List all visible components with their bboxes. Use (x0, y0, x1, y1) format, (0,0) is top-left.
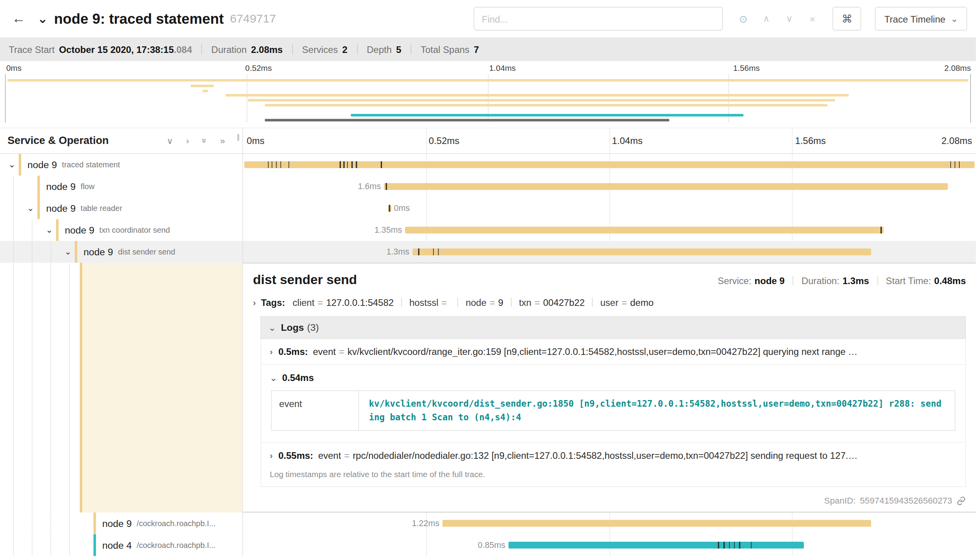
expand-all-icon[interactable]: » (220, 136, 225, 146)
minimap-tick: 2.08ms (944, 63, 971, 73)
service-color-stripe (37, 176, 40, 197)
trace-minimap[interactable] (5, 74, 971, 123)
trace-view-selector[interactable]: Trace Timeline ⌄ (875, 7, 967, 31)
start-time-value: 0.48ms (934, 275, 966, 286)
divider (410, 44, 411, 54)
log-timestamp: 0.54ms (282, 372, 314, 383)
service-color-stripe (93, 513, 96, 534)
keyboard-shortcuts-button[interactable]: ⌘ (833, 7, 861, 31)
span-row-label[interactable]: ⌄ node 9 table reader (0, 197, 243, 219)
prev-result-icon[interactable]: ∧ (755, 13, 778, 25)
span-bar[interactable] (442, 520, 871, 527)
locate-span-icon[interactable]: ⊙ (732, 13, 755, 25)
log-entry[interactable]: › 0.55ms: event=rpc/nodedialer/nodediale… (261, 442, 965, 469)
span-row-label[interactable]: ⌄ node 9 traced statement (0, 154, 243, 176)
log-timestamp: 0.5ms: (278, 346, 308, 357)
back-button[interactable]: ← (6, 6, 31, 31)
log-entry-expanded: ⌄ 0.54ms event kv/kvclient/kvcoord/dist_… (261, 364, 965, 442)
expand-one-icon[interactable]: › (186, 136, 189, 146)
minimap-tick-labels: 0ms 0.52ms 1.04ms 1.56ms 2.08ms (0, 61, 976, 74)
log-marker-tick (718, 542, 719, 549)
indent-guides (5, 176, 24, 197)
log-marker-tick (280, 161, 281, 168)
log-marker-tick (729, 542, 730, 549)
depth-value: 5 (396, 44, 401, 54)
tag-item: node=9 (466, 297, 504, 307)
span-row-label[interactable]: ⌄ node 9 txn coordinator send (0, 219, 243, 241)
next-result-icon[interactable]: ∨ (778, 13, 801, 25)
log-marker-tick (438, 248, 439, 255)
divider (458, 298, 458, 307)
span-bar[interactable] (405, 226, 884, 233)
span-row-label[interactable]: ⌄ node 9 dist sender send (0, 241, 243, 263)
span-timeline-cell[interactable] (243, 154, 976, 176)
minimap-span-bar (7, 79, 968, 81)
collapse-one-icon[interactable]: ∨ (167, 136, 173, 146)
chevron-down-icon[interactable]: ⌄ (24, 204, 37, 213)
collapse-all-icon[interactable]: » (199, 138, 210, 143)
trace-id: 6749717 (230, 12, 276, 25)
span-timeline-cell[interactable]: 0ms (243, 197, 976, 219)
indent-guides (5, 534, 80, 556)
span-bar[interactable] (384, 183, 948, 190)
divider (401, 298, 402, 307)
span-row-label[interactable]: node 9 flow (0, 176, 243, 197)
span-bar[interactable] (245, 161, 974, 168)
minimap-span-bar (265, 119, 669, 121)
find-input[interactable] (474, 7, 723, 31)
log-marker-tick (356, 161, 357, 168)
clear-search-icon[interactable]: × (801, 13, 824, 24)
timeline-header: Service & Operation ∨ › » » ∥ 0ms 0.52ms… (0, 128, 976, 154)
span-duration-label: 0ms (394, 197, 410, 219)
collapse-controls: ∨ › » » (167, 136, 242, 146)
span-timeline-cell[interactable]: 1.3ms (243, 241, 976, 263)
service-name: node 9 (102, 518, 132, 529)
timeline-tick: 2.08ms (941, 135, 972, 146)
chevron-down-icon[interactable]: ⌄ (42, 225, 56, 235)
span-row-traced-statement: ⌄ node 9 traced statement (0, 154, 976, 176)
service-name: node 9 (65, 225, 94, 236)
title-collapse-chevron-icon[interactable]: ⌄ (37, 12, 48, 25)
chevron-right-icon: › (270, 346, 273, 356)
minimap-span-bar (203, 90, 208, 92)
span-row-roachpb-node9: node 9 /cockroach.roachpb.I... 1.22ms (0, 513, 976, 534)
span-bar[interactable] (412, 248, 871, 255)
log-marker-tick (734, 542, 735, 549)
chevron-down-icon[interactable]: ⌄ (61, 247, 75, 256)
span-timeline-cell[interactable]: 1.35ms (243, 219, 976, 241)
service-name: node 9 (46, 203, 76, 214)
start-time-label: Start Time: (886, 275, 931, 286)
log-marker-tick (724, 542, 724, 549)
divider (793, 276, 793, 285)
divider (201, 44, 202, 54)
link-icon[interactable] (957, 496, 966, 506)
span-detail-meta: Service: node 9 Duration: 1.3ms Start Ti… (718, 275, 966, 286)
span-timeline-cell[interactable]: 1.6ms (243, 176, 976, 197)
chevron-down-icon: ⌄ (269, 323, 276, 333)
tags-section[interactable]: › Tags: client=127.0.0.1:54582 hostssl= … (253, 297, 966, 307)
service-name: node 4 (102, 540, 132, 551)
span-timeline-cell[interactable]: 1.22ms (243, 513, 976, 534)
log-marker-tick (268, 161, 269, 168)
indent-guides (5, 263, 80, 513)
span-timeline-cell[interactable]: 0.85ms (243, 534, 976, 556)
operation-name: flow (81, 182, 95, 191)
tag-item: txn=00427b22 (519, 297, 585, 307)
span-row-label[interactable]: node 9 /cockroach.roachpb.I... (0, 513, 243, 534)
log-timestamp: 0.55ms: (278, 450, 313, 461)
logs-header[interactable]: ⌄ Logs (3) (261, 316, 966, 339)
span-row-roachpb-node4: node 4 /cockroach.roachpb.I... 0.85ms (0, 534, 976, 556)
span-row-label[interactable]: node 4 /cockroach.roachpb.I... (0, 534, 243, 556)
column-resizer-handle[interactable]: ∥ (236, 133, 240, 141)
minimap-tick: 1.04ms (489, 63, 516, 73)
span-duration-label: 1.35ms (374, 219, 402, 241)
minimap-span-bar (248, 99, 835, 101)
timeline-tick: 0.52ms (429, 135, 460, 146)
span-bar[interactable] (508, 542, 803, 549)
log-marker-tick (881, 226, 881, 233)
duration-value: 2.08ms (251, 44, 283, 54)
log-entry-toggle[interactable]: ⌄ 0.54ms (270, 372, 957, 383)
log-entry[interactable]: › 0.5ms: event=kv/kvclient/kvcoord/range… (261, 339, 965, 364)
chevron-down-icon[interactable]: ⌄ (5, 160, 19, 169)
trace-start-label: Trace Start (9, 44, 55, 54)
